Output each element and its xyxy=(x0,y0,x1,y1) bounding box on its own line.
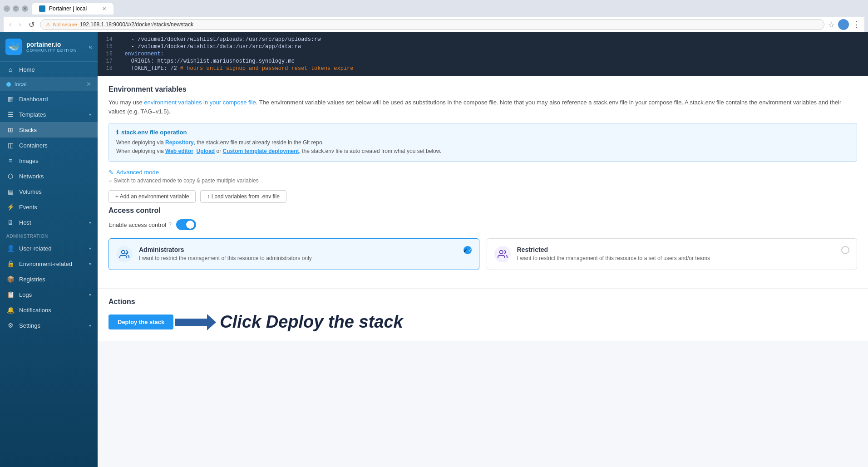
tab-close-button[interactable]: ✕ xyxy=(102,6,106,12)
sidebar-item-home[interactable]: ⌂ Home xyxy=(0,62,98,77)
host-label: Host xyxy=(19,219,31,226)
settings-label: Settings xyxy=(19,322,40,329)
sidebar-item-logs[interactable]: 📋 Logs ▾ xyxy=(0,287,98,302)
access-cards: Administrators I want to restrict the ma… xyxy=(108,238,857,270)
info-box-text: When deploying via Repository, the stack… xyxy=(116,138,849,156)
networks-label: Networks xyxy=(19,173,44,180)
info-box-title: ℹ stack.env file operation xyxy=(116,129,849,136)
home-label: Home xyxy=(19,66,35,73)
advanced-mode-hint: ○ Switch to advanced mode to copy & past… xyxy=(108,177,857,184)
images-label: Images xyxy=(19,157,39,164)
sidebar-item-registries[interactable]: 📦 Registries xyxy=(0,271,98,287)
administrators-radio[interactable]: ✓ xyxy=(464,246,472,254)
code-line-15: 15 - /volume1/docker/wishlist/data:/usr/… xyxy=(98,43,868,50)
logs-label: Logs xyxy=(19,291,32,298)
repository-link[interactable]: Repository xyxy=(165,139,194,146)
advanced-mode-row: ✎ Advanced mode xyxy=(108,169,857,176)
access-control-section: Access control Enable access control ? xyxy=(108,206,857,270)
registries-icon: 📦 xyxy=(6,275,15,283)
close-button[interactable]: ✕ xyxy=(22,5,28,12)
endpoint-status-dot xyxy=(6,82,11,87)
back-button[interactable]: ‹ xyxy=(7,20,13,29)
deploy-stack-button[interactable]: Deploy the stack xyxy=(108,315,173,329)
endpoint-label: local xyxy=(15,81,83,88)
templates-icon: ☰ xyxy=(6,111,15,118)
deploy-arrow-annotation: Click Deploy the stack xyxy=(175,312,403,332)
sidebar-collapse-button[interactable]: « xyxy=(89,43,92,50)
tab-favicon-icon xyxy=(39,5,45,12)
sidebar-item-dashboard[interactable]: ▦ Dashboard xyxy=(0,91,98,107)
sidebar-item-networks[interactable]: ⬡ Networks xyxy=(0,168,98,184)
edit-icon: ✎ xyxy=(108,169,113,176)
custom-template-link[interactable]: Custom template deployment xyxy=(223,148,299,154)
browser-controls: ─ □ ✕ xyxy=(4,5,28,12)
administrators-card[interactable]: Administrators I want to restrict the ma… xyxy=(108,238,479,270)
sidebar-item-images[interactable]: ≡ Images xyxy=(0,153,98,168)
env-related-arrow-icon: ▾ xyxy=(89,261,91,266)
web-editor-link[interactable]: Web editor xyxy=(165,148,193,154)
env-desc-link[interactable]: environment variables in your compose fi… xyxy=(144,99,256,106)
environment-related-label: Environment-related xyxy=(19,261,72,267)
not-secure-label: Not secure xyxy=(53,22,77,27)
main-content: 14 - /volume1/docker/wishlist/uploads:/u… xyxy=(98,32,868,467)
enable-access-label: Enable access control ? xyxy=(108,221,172,228)
minimize-button[interactable]: ─ xyxy=(4,5,10,12)
endpoint-close-button[interactable]: ✕ xyxy=(86,81,91,88)
restore-button[interactable]: □ xyxy=(13,5,19,12)
administration-header: Administration xyxy=(0,230,98,241)
address-bar[interactable]: ⚠ Not secure 192.168.1.18:9000/#/2/docke… xyxy=(40,19,824,30)
browser-chrome: ─ □ ✕ Portainer | local ✕ ‹ › ↺ ⚠ Not se… xyxy=(0,0,868,32)
add-env-variable-button[interactable]: + Add an environment variable xyxy=(108,190,196,203)
security-icon: ⚠ xyxy=(46,22,50,28)
sidebar: 🐳 portainer.io COMMUNITY EDITION « ⌂ Hom… xyxy=(0,32,98,467)
administrators-card-body: Administrators I want to restrict the ma… xyxy=(139,246,472,261)
user-related-icon: 👤 xyxy=(6,245,15,252)
home-icon: ⌂ xyxy=(6,66,15,73)
sidebar-item-stacks[interactable]: ⊞ Stacks xyxy=(0,122,98,138)
restricted-card-icon xyxy=(494,246,511,262)
browser-titlebar: ─ □ ✕ Portainer | local ✕ xyxy=(4,3,864,15)
stacks-icon: ⊞ xyxy=(6,126,15,133)
code-line-14: 14 - /volume1/docker/wishlist/uploads:/u… xyxy=(98,36,868,43)
help-circle-icon: ? xyxy=(168,221,172,228)
env-section-desc: You may use environment variables in you… xyxy=(108,98,857,116)
actions-title: Actions xyxy=(108,298,857,306)
browser-tab[interactable]: Portainer | local ✕ xyxy=(32,3,113,15)
browser-menu-button[interactable]: ⋮ xyxy=(853,20,861,29)
code-line-17: 17 ORIGIN: https://wishlist.mariushostin… xyxy=(98,58,868,65)
host-icon: 🖥 xyxy=(6,219,15,226)
endpoint-item: local ✕ xyxy=(0,77,98,91)
access-control-title: Access control xyxy=(108,206,857,215)
sidebar-item-notifications[interactable]: 🔔 Notifications xyxy=(0,302,98,318)
images-icon: ≡ xyxy=(6,157,15,164)
arrow-icon xyxy=(175,314,216,330)
sidebar-item-environment-related[interactable]: 🔒 Environment-related ▾ xyxy=(0,256,98,271)
sidebar-item-containers[interactable]: ◫ Containers xyxy=(0,138,98,153)
templates-arrow-icon: ▾ xyxy=(89,112,91,117)
load-env-file-button[interactable]: ↑ Load variables from .env file xyxy=(200,190,286,203)
info-circle-icon: ○ xyxy=(108,177,112,184)
registries-label: Registries xyxy=(19,276,45,283)
bookmark-button[interactable]: ☆ xyxy=(828,20,834,29)
sidebar-item-volumes[interactable]: ▤ Volumes xyxy=(0,184,98,199)
sidebar-item-templates[interactable]: ☰ Templates ▾ xyxy=(0,107,98,122)
networks-icon: ⬡ xyxy=(6,172,15,180)
sidebar-item-settings[interactable]: ⚙ Settings ▾ xyxy=(0,318,98,333)
forward-button[interactable]: › xyxy=(17,20,23,29)
upload-link[interactable]: Upload xyxy=(197,148,215,154)
advanced-mode-link[interactable]: Advanced mode xyxy=(116,169,159,176)
profile-button[interactable] xyxy=(838,19,849,30)
reload-button[interactable]: ↺ xyxy=(27,20,36,30)
sidebar-item-host[interactable]: 🖥 Host ▾ xyxy=(0,215,98,230)
logs-arrow-icon: ▾ xyxy=(89,292,91,297)
settings-icon: ⚙ xyxy=(6,322,15,329)
code-line-16: 16 environment: xyxy=(98,50,868,58)
env-variables-section: Environment variables You may use enviro… xyxy=(98,76,868,288)
logo-text: portainer.io COMMUNITY EDITION xyxy=(26,41,77,53)
restricted-card[interactable]: Restricted I want to restrict the manage… xyxy=(487,238,858,270)
app-container: 🐳 portainer.io COMMUNITY EDITION « ⌂ Hom… xyxy=(0,32,868,467)
sidebar-item-events[interactable]: ⚡ Events xyxy=(0,199,98,215)
sidebar-item-user-related[interactable]: 👤 User-related ▾ xyxy=(0,241,98,256)
access-control-toggle[interactable] xyxy=(176,219,196,230)
tab-bar: Portainer | local ✕ xyxy=(32,3,113,15)
